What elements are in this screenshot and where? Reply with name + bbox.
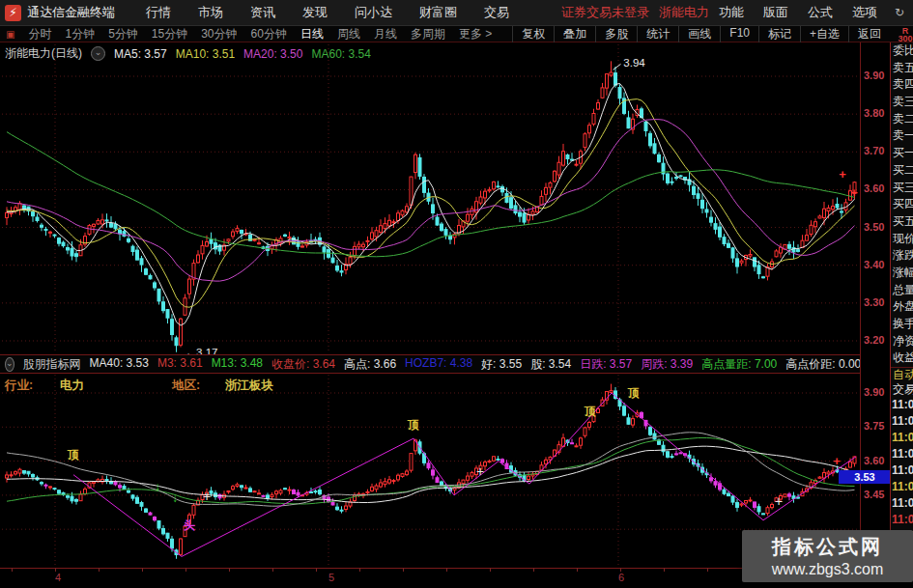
indicator-value-2: M13: 3.48 bbox=[212, 356, 263, 373]
collapse-indicator-icon[interactable]: ⌄ bbox=[5, 357, 14, 372]
period-tab-30分钟[interactable]: 30分钟 bbox=[194, 26, 243, 42]
right-menu-0[interactable]: 功能 bbox=[709, 4, 754, 21]
quote-row-卖二: 卖二 bbox=[891, 111, 913, 128]
axis-notch bbox=[185, 568, 186, 572]
axis-notch bbox=[664, 568, 665, 572]
quote-row-净资: 净资 bbox=[891, 333, 913, 350]
quote-tabs: 自动交易 bbox=[891, 367, 913, 397]
axis-notch bbox=[446, 568, 447, 572]
axis-notch bbox=[359, 568, 360, 572]
axis-notch bbox=[142, 568, 143, 572]
sub-y-tick: 3.90 bbox=[864, 386, 893, 398]
quote-tab-交易[interactable]: 交易 bbox=[891, 382, 913, 397]
period-tab-日线[interactable]: 日线 bbox=[294, 26, 330, 42]
quote-panel[interactable]: 委比卖五卖四卖三卖二卖一买一买二买三买四买五现价涨跌涨幅总量外盘换手净资收益 自… bbox=[890, 42, 913, 568]
tool-F10[interactable]: F10 bbox=[720, 26, 758, 42]
indicator-source[interactable]: 股朋指标网 bbox=[23, 356, 81, 373]
period-tab-分时[interactable]: 分时 bbox=[21, 26, 58, 42]
trade-time-1: 11:04 bbox=[891, 413, 913, 430]
axis-notch bbox=[316, 568, 317, 572]
menu-2[interactable]: 资讯 bbox=[237, 4, 289, 21]
window-split-icon[interactable]: ▣ bbox=[6, 29, 14, 40]
indicator-value-11: 高点价距: 0.00 bbox=[785, 356, 861, 373]
axis-notch bbox=[55, 568, 56, 572]
quote-row-卖五: 卖五 bbox=[891, 60, 913, 77]
period-tab-15分钟[interactable]: 15分钟 bbox=[145, 26, 194, 42]
indicator-value-6: 好: 3.55 bbox=[481, 356, 522, 373]
top-icons: ↻▤✉ bbox=[887, 6, 913, 19]
trade-time-0: 11:04 bbox=[891, 397, 913, 413]
main-y-tick: 3.20 bbox=[864, 334, 893, 346]
watermark-url: www.zbgs3.com bbox=[742, 561, 913, 578]
indicator-value-10: 高点量距: 7.00 bbox=[701, 356, 777, 373]
period-tab-周线[interactable]: 周线 bbox=[330, 26, 367, 42]
menu-4[interactable]: 问小达 bbox=[341, 4, 406, 21]
menu-0[interactable]: 行情 bbox=[132, 4, 185, 21]
tool-返回[interactable]: 返回 bbox=[848, 26, 890, 42]
quote-row-买四: 买四 bbox=[891, 196, 913, 213]
industry-value[interactable]: 电力 bbox=[60, 378, 84, 394]
indicator-header: ⌄ 股朋指标网 MA40: 3.53M3: 3.61M13: 3.48收盘价: … bbox=[0, 354, 861, 374]
quote-row-总量: 总量 bbox=[891, 282, 913, 299]
menu-3[interactable]: 发现 bbox=[289, 4, 341, 21]
trade-time-6: 11:04 bbox=[891, 495, 913, 512]
app-logo-icon: ⚡ bbox=[5, 5, 21, 21]
period-tab-更多 >[interactable]: 更多 > bbox=[452, 26, 499, 42]
trade-time-7: 11:04 bbox=[891, 512, 913, 528]
collapse-main-icon[interactable]: ⌄ bbox=[91, 46, 105, 61]
tool-画线[interactable]: 画线 bbox=[678, 26, 720, 42]
app-title: 通达信金融终端 bbox=[27, 4, 115, 21]
pane-divider bbox=[0, 354, 861, 355]
menu-6[interactable]: 交易 bbox=[471, 4, 523, 21]
period-tab-月线[interactable]: 月线 bbox=[367, 26, 404, 42]
quote-row-卖三: 卖三 bbox=[891, 94, 913, 111]
region-label: 地区: bbox=[172, 378, 200, 394]
main-y-tick: 3.30 bbox=[864, 296, 893, 308]
period-tab-5分钟[interactable]: 5分钟 bbox=[101, 26, 145, 42]
quote-row-涨跌: 涨跌 bbox=[891, 247, 913, 265]
axis-notch bbox=[272, 568, 273, 572]
main-chart-pane[interactable] bbox=[0, 42, 861, 354]
menu-5[interactable]: 财富圈 bbox=[406, 4, 471, 21]
main-chart-header: 浙能电力(日线) ⌄ MA5: 3.57MA10: 3.51MA20: 3.50… bbox=[5, 45, 371, 62]
right-menu-1[interactable]: 版面 bbox=[754, 4, 798, 21]
indicator-value-3: 收盘价: 3.64 bbox=[271, 356, 335, 373]
period-tab-60分钟[interactable]: 60分钟 bbox=[244, 26, 294, 42]
period-tab-1分钟[interactable]: 1分钟 bbox=[58, 26, 101, 42]
tdx-terminal-window: ⚡ 通达信金融终端 行情市场资讯发现问小达财富圈交易 证券交易未登录 浙能电力 … bbox=[0, 0, 913, 588]
watermark-title: 指标公式网 bbox=[742, 534, 913, 560]
indicator-chart-pane[interactable] bbox=[0, 374, 861, 568]
indicator-values: MA40: 3.53M3: 3.61M13: 3.48收盘价: 3.64高点: … bbox=[90, 356, 861, 373]
tool-统计[interactable]: 统计 bbox=[637, 26, 678, 42]
indicator-value-8: 日跌: 3.57 bbox=[580, 356, 632, 373]
axis-notch bbox=[12, 568, 13, 572]
main-chart-title: 浙能电力(日线) bbox=[5, 45, 82, 62]
tool-+自选[interactable]: +自选 bbox=[800, 26, 848, 42]
tool-复权[interactable]: 复权 bbox=[512, 26, 554, 42]
ma-label-2: MA20: 3.50 bbox=[243, 47, 302, 61]
axis-notch bbox=[490, 568, 491, 572]
main-y-tick: 3.60 bbox=[864, 182, 893, 194]
trade-time-list: 11:0411:0411:0411:0411:0411:0411:0411:04… bbox=[891, 397, 913, 545]
tool-叠加[interactable]: 叠加 bbox=[554, 26, 595, 42]
tool-标记[interactable]: 标记 bbox=[758, 26, 800, 42]
axis-notch bbox=[577, 568, 578, 572]
quote-row-买三: 买三 bbox=[891, 180, 913, 197]
quote-row-委比: 委比 bbox=[891, 42, 913, 60]
top-menu-bar: ⚡ 通达信金融终端 行情市场资讯发现问小达财富圈交易 证券交易未登录 浙能电力 … bbox=[0, 0, 913, 26]
quote-row-收益: 收益 bbox=[891, 350, 913, 367]
watermark: 指标公式网 www.zbgs3.com bbox=[742, 530, 913, 582]
region-value[interactable]: 浙江板块 bbox=[225, 378, 273, 394]
tool-多股[interactable]: 多股 bbox=[595, 26, 637, 42]
refresh-icon[interactable]: ↻ bbox=[887, 6, 912, 19]
main-y-tick: 3.90 bbox=[864, 70, 893, 81]
ma-legend: MA5: 3.57MA10: 3.51MA20: 3.50MA60: 3.54 bbox=[114, 47, 371, 61]
menu-1[interactable]: 市场 bbox=[185, 4, 237, 21]
login-status[interactable]: 证券交易未登录 bbox=[561, 4, 649, 21]
quote-tab-自动[interactable]: 自动 bbox=[891, 368, 913, 382]
period-tab-多周期[interactable]: 多周期 bbox=[404, 26, 452, 42]
sub-y-tick: 3.75 bbox=[864, 420, 893, 432]
right-menu-3[interactable]: 选项 bbox=[842, 4, 887, 21]
trade-time-3: 11:04 bbox=[891, 446, 913, 462]
right-menu-2[interactable]: 公式 bbox=[798, 4, 842, 21]
